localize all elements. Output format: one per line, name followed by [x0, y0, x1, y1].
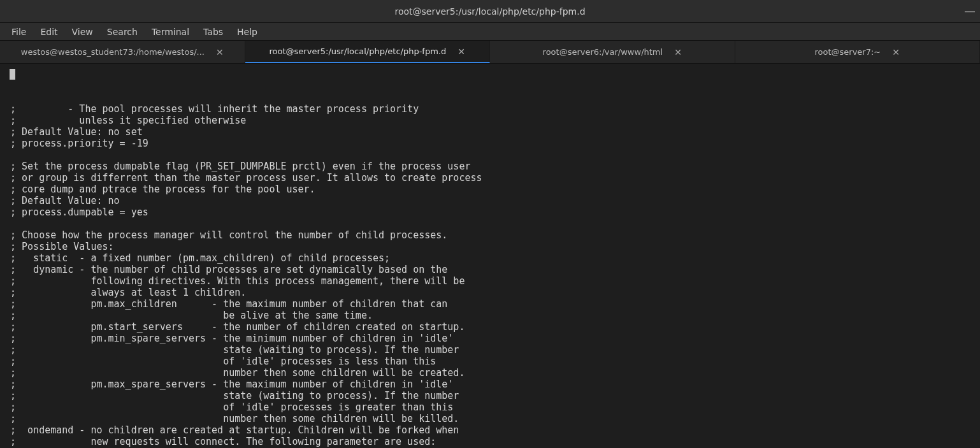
tab-label: westos@westos_student73:/home/westos/...: [21, 47, 205, 57]
menu-view[interactable]: View: [66, 25, 99, 38]
tab-bar: westos@westos_student73:/home/westos/...…: [0, 41, 980, 64]
tab-label: root@server5:/usr/local/php/etc/php-fpm.…: [270, 47, 447, 56]
close-icon[interactable]: ✕: [216, 48, 224, 57]
window-titlebar: root@server5:/usr/local/php/etc/php-fpm.…: [0, 0, 980, 23]
text-cursor: [10, 69, 15, 80]
menu-search[interactable]: Search: [101, 25, 144, 38]
tab-server5[interactable]: root@server5:/usr/local/php/etc/php-fpm.…: [245, 41, 491, 63]
close-icon[interactable]: ✕: [458, 47, 465, 56]
tab-server7[interactable]: root@server7:~ ✕: [735, 41, 981, 63]
window-controls: —: [965, 0, 975, 23]
menubar: File Edit View Search Terminal Tabs Help: [0, 23, 980, 41]
close-icon[interactable]: ✕: [674, 48, 682, 57]
tab-westos[interactable]: westos@westos_student73:/home/westos/...…: [0, 41, 245, 63]
menu-help[interactable]: Help: [231, 25, 264, 38]
window-title: root@server5:/usr/local/php/etc/php-fpm.…: [394, 6, 585, 17]
tab-label: root@server7:~: [815, 47, 881, 57]
tab-label: root@server6:/var/www/html: [543, 47, 663, 57]
minimize-icon[interactable]: —: [965, 6, 975, 17]
menu-terminal[interactable]: Terminal: [145, 25, 196, 38]
terminal-viewport[interactable]: ; - The pool processes will inherit the …: [0, 64, 980, 448]
close-icon[interactable]: ✕: [892, 48, 900, 57]
tab-server6[interactable]: root@server6:/var/www/html ✕: [490, 41, 735, 63]
menu-edit[interactable]: Edit: [34, 25, 64, 38]
terminal-text: ; - The pool processes will inherit the …: [10, 103, 970, 448]
menu-file[interactable]: File: [5, 25, 32, 38]
menu-tabs[interactable]: Tabs: [197, 25, 229, 38]
